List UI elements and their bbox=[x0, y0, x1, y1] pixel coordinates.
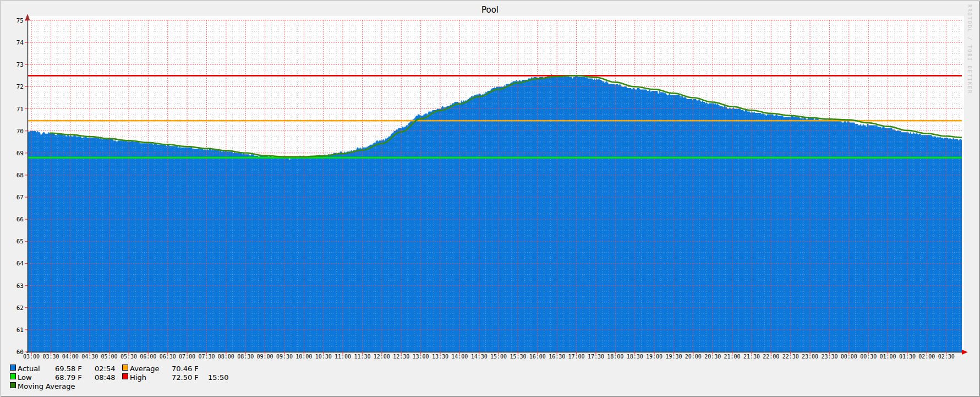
svg-text:60: 60 bbox=[17, 349, 24, 356]
svg-text:20:00: 20:00 bbox=[685, 354, 702, 360]
svg-text:06:00: 06:00 bbox=[140, 354, 156, 360]
svg-text:04:00: 04:00 bbox=[62, 354, 79, 360]
svg-text:64: 64 bbox=[17, 260, 24, 267]
svg-text:65: 65 bbox=[17, 238, 24, 245]
svg-text:62: 62 bbox=[17, 304, 24, 312]
svg-text:21:30: 21:30 bbox=[743, 354, 760, 360]
svg-text:72: 72 bbox=[17, 83, 24, 90]
svg-text:02:00: 02:00 bbox=[918, 354, 935, 360]
svg-text:20:30: 20:30 bbox=[704, 354, 721, 360]
svg-text:09:30: 09:30 bbox=[276, 354, 293, 360]
svg-text:70: 70 bbox=[17, 128, 24, 135]
svg-text:18:00: 18:00 bbox=[607, 354, 623, 360]
svg-text:05:00: 05:00 bbox=[101, 354, 118, 360]
svg-text:01:30: 01:30 bbox=[899, 354, 916, 360]
svg-text:68: 68 bbox=[17, 172, 24, 179]
svg-text:75: 75 bbox=[17, 17, 24, 24]
svg-text:01:00: 01:00 bbox=[880, 354, 896, 360]
svg-text:23:00: 23:00 bbox=[802, 354, 818, 360]
svg-text:03:30: 03:30 bbox=[42, 354, 59, 360]
svg-text:04:30: 04:30 bbox=[81, 354, 98, 360]
rrdtool-graph: 6061626364656667686970717273747503:0003:… bbox=[0, 0, 980, 397]
svg-text:74: 74 bbox=[17, 39, 24, 46]
svg-text:17:00: 17:00 bbox=[568, 354, 585, 360]
svg-text:23:30: 23:30 bbox=[821, 354, 837, 360]
svg-text:18:30: 18:30 bbox=[627, 354, 643, 360]
svg-text:13:00: 13:00 bbox=[413, 354, 429, 360]
svg-text:69: 69 bbox=[17, 150, 24, 157]
svg-text:00:30: 00:30 bbox=[860, 354, 877, 360]
graph-title: Pool bbox=[0, 5, 980, 15]
svg-text:71: 71 bbox=[17, 106, 24, 113]
svg-text:03:00: 03:00 bbox=[23, 354, 40, 360]
svg-text:21:00: 21:00 bbox=[724, 354, 741, 360]
svg-text:10:00: 10:00 bbox=[295, 354, 312, 360]
svg-text:02:30: 02:30 bbox=[938, 354, 955, 360]
svg-text:15:30: 15:30 bbox=[510, 354, 526, 360]
svg-text:10:30: 10:30 bbox=[315, 354, 332, 360]
svg-text:09:00: 09:00 bbox=[257, 354, 273, 360]
svg-text:16:00: 16:00 bbox=[529, 354, 546, 360]
svg-text:07:00: 07:00 bbox=[179, 354, 195, 360]
svg-text:19:30: 19:30 bbox=[665, 354, 682, 360]
svg-text:67: 67 bbox=[17, 194, 24, 201]
svg-text:12:30: 12:30 bbox=[393, 354, 409, 360]
watermark: RRDTOOL / TOBI OETIKER bbox=[967, 4, 972, 94]
svg-text:08:30: 08:30 bbox=[237, 354, 254, 360]
svg-text:22:00: 22:00 bbox=[763, 354, 779, 360]
svg-text:15:00: 15:00 bbox=[490, 354, 507, 360]
svg-text:19:00: 19:00 bbox=[646, 354, 663, 360]
svg-text:06:30: 06:30 bbox=[160, 354, 176, 360]
chart-canvas: 6061626364656667686970717273747503:0003:… bbox=[0, 0, 980, 397]
svg-text:11:30: 11:30 bbox=[354, 354, 370, 360]
svg-text:11:00: 11:00 bbox=[335, 354, 351, 360]
svg-text:08:00: 08:00 bbox=[218, 354, 234, 360]
svg-text:63: 63 bbox=[17, 282, 24, 290]
svg-text:17:30: 17:30 bbox=[588, 354, 604, 360]
svg-text:14:00: 14:00 bbox=[451, 354, 468, 360]
svg-text:16:30: 16:30 bbox=[549, 354, 565, 360]
svg-text:00:00: 00:00 bbox=[841, 354, 857, 360]
svg-text:07:30: 07:30 bbox=[198, 354, 215, 360]
svg-text:13:30: 13:30 bbox=[432, 354, 448, 360]
svg-text:73: 73 bbox=[17, 61, 24, 68]
svg-text:12:00: 12:00 bbox=[374, 354, 390, 360]
svg-text:05:30: 05:30 bbox=[121, 354, 137, 360]
svg-text:66: 66 bbox=[17, 216, 24, 223]
svg-text:22:30: 22:30 bbox=[782, 354, 799, 360]
svg-text:61: 61 bbox=[17, 327, 24, 334]
svg-text:14:30: 14:30 bbox=[471, 354, 488, 360]
